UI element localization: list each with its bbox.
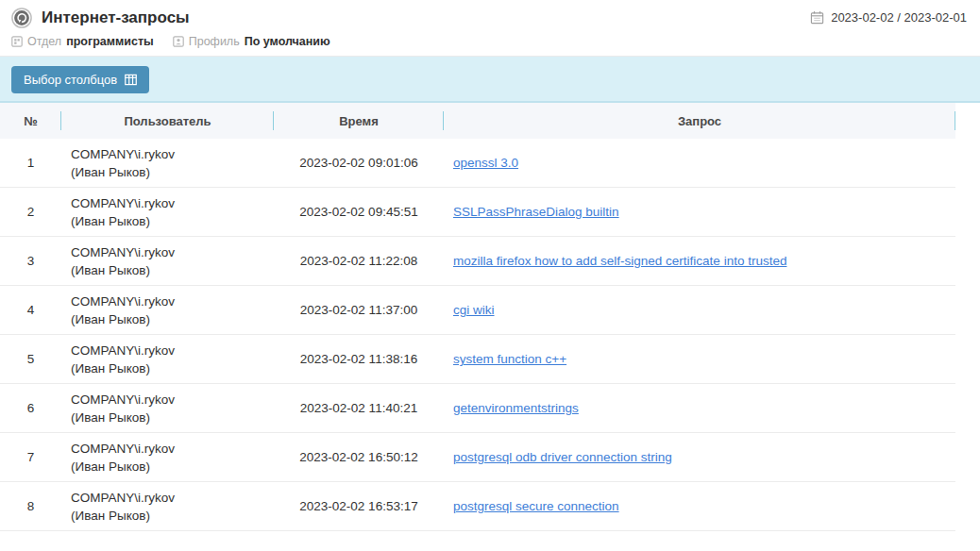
time-cell: 2023-02-02 16:53:17 [274,499,444,513]
row-number: 2 [0,205,61,219]
report-date-range[interactable]: 2023-02-02 / 2023-02-01 [810,10,967,25]
table-row: 3COMPANY\i.rykov(Иван Рыков)2023-02-02 1… [0,237,955,286]
user-account: COMPANY\i.rykov [71,145,274,163]
time-cell: 2023-02-02 09:01:06 [274,156,444,170]
column-chooser-label: Выбор столбцов [24,73,117,87]
query-link[interactable]: mozilla firefox how to add self-signed c… [453,254,786,268]
department-filter[interactable]: Отдел программисты [11,35,154,48]
row-number: 3 [0,254,61,268]
time-cell: 2023-02-02 11:22:08 [274,254,444,268]
user-cell: COMPANY\i.rykov(Иван Рыков) [61,145,274,181]
user-account: COMPANY\i.rykov [71,440,274,458]
profile-value: По умолчанию [245,35,330,48]
columns-grid-icon [125,74,137,86]
query-link[interactable]: postgresql secure connection [453,499,619,513]
table-row: 4COMPANY\i.rykov(Иван Рыков)2023-02-02 1… [0,286,955,335]
query-link[interactable]: openssl 3.0 [453,156,518,170]
user-account: COMPANY\i.rykov [71,194,274,212]
time-cell: 2023-02-02 11:40:21 [274,401,444,415]
query-cell: getenvironmentstrings [444,401,955,415]
table-row: 8COMPANY\i.rykov(Иван Рыков)2023-02-02 1… [0,482,955,531]
query-link[interactable]: postgresql odb driver connection string [453,450,672,464]
department-icon [11,36,23,47]
user-display-name: (Иван Рыков) [71,409,274,426]
column-header-time[interactable]: Время [274,103,444,139]
column-header-query[interactable]: Запрос [444,103,955,139]
user-display-name: (Иван Рыков) [71,507,274,525]
department-value: программисты [66,35,154,48]
query-cell: postgresql secure connection [444,499,955,513]
time-cell: 2023-02-02 16:50:12 [274,450,444,464]
user-cell: COMPANY\i.rykov(Иван Рыков) [61,342,274,377]
row-number: 4 [0,303,61,317]
query-cell: mozilla firefox how to add self-signed c… [444,254,955,268]
date-range-value: 2023-02-02 / 2023-02-01 [831,10,967,25]
profile-filter[interactable]: Профиль По умолчанию [173,35,330,48]
row-number: 5 [0,352,61,366]
user-display-name: (Иван Рыков) [71,310,274,328]
calendar-icon [810,10,824,25]
query-link[interactable]: system function c++ [453,352,566,366]
table-toolbar: Выбор столбцов [0,57,980,103]
column-header-number[interactable]: № [0,103,61,139]
query-link[interactable]: SSLPassPhraseDialog builtin [453,205,619,219]
query-cell: openssl 3.0 [444,156,955,170]
query-cell: postgresql odb driver connection string [444,450,955,464]
filter-bar: Отдел программисты Профиль По умолчанию [0,31,980,57]
table-header-row: № Пользователь Время Запрос [0,103,955,139]
user-display-name: (Иван Рыков) [71,163,274,181]
column-header-user[interactable]: Пользователь [61,103,274,139]
user-cell: COMPANY\i.rykov(Иван Рыков) [61,440,274,476]
row-number: 1 [0,156,61,170]
user-account: COMPANY\i.rykov [71,342,274,359]
user-display-name: (Иван Рыков) [71,359,274,377]
row-number: 8 [0,499,61,513]
user-cell: COMPANY\i.rykov(Иван Рыков) [61,292,274,328]
user-display-name: (Иван Рыков) [71,458,274,476]
department-label: Отдел [27,35,61,48]
table-row: 1COMPANY\i.rykov(Иван Рыков)2023-02-02 0… [0,139,955,188]
table-row: 7COMPANY\i.rykov(Иван Рыков)2023-02-02 1… [0,433,955,482]
column-chooser-button[interactable]: Выбор столбцов [11,66,149,93]
row-number: 7 [0,450,61,464]
query-cell: SSLPassPhraseDialog builtin [444,205,955,219]
user-account: COMPANY\i.rykov [71,391,274,409]
table-row: 5COMPANY\i.rykov(Иван Рыков)2023-02-02 1… [0,335,955,384]
table-row: 6COMPANY\i.rykov(Иван Рыков)2023-02-02 1… [0,384,955,433]
profile-icon [173,36,184,47]
user-display-name: (Иван Рыков) [71,212,274,230]
user-cell: COMPANY\i.rykov(Иван Рыков) [61,194,274,230]
user-display-name: (Иван Рыков) [71,261,274,279]
row-number: 6 [0,401,61,415]
user-account: COMPANY\i.rykov [71,489,274,507]
user-cell: COMPANY\i.rykov(Иван Рыков) [61,489,274,525]
queries-table: № Пользователь Время Запрос 1COMPANY\i.r… [0,103,955,531]
time-cell: 2023-02-02 11:38:16 [274,352,444,366]
time-cell: 2023-02-02 11:37:00 [274,303,444,317]
user-cell: COMPANY\i.rykov(Иван Рыков) [61,243,274,279]
table-body: 1COMPANY\i.rykov(Иван Рыков)2023-02-02 0… [0,139,955,531]
user-cell: COMPANY\i.rykov(Иван Рыков) [61,391,274,426]
internet-queries-icon [11,8,32,28]
profile-label: Профиль [189,35,240,48]
query-link[interactable]: getenvironmentstrings [453,401,579,415]
query-cell: system function c++ [444,352,955,366]
time-cell: 2023-02-02 09:45:51 [274,205,444,219]
table-row: 2COMPANY\i.rykov(Иван Рыков)2023-02-02 0… [0,188,955,237]
query-link[interactable]: cgi wiki [453,303,495,317]
user-account: COMPANY\i.rykov [71,243,274,261]
title-bar: Интернет-запросы 2023-02-02 / 2023-02-01 [0,0,980,31]
page-title: Интернет-запросы [42,8,190,27]
query-cell: cgi wiki [444,303,955,317]
user-account: COMPANY\i.rykov [71,292,274,310]
